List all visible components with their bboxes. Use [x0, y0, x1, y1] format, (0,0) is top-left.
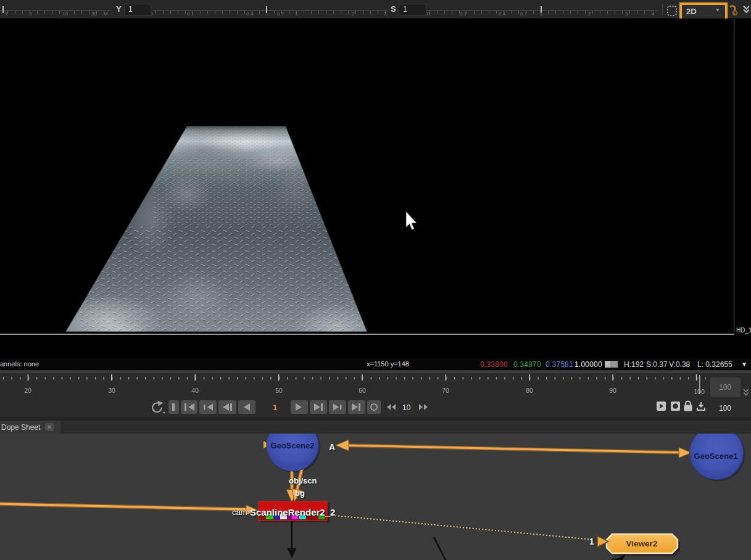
svg-text:1: 1 — [295, 11, 298, 17]
svg-text:1: 1 — [273, 403, 277, 412]
svg-text:M: M — [104, 11, 108, 17]
svg-text:1: 1 — [5, 11, 8, 17]
svg-text:2: 2 — [588, 11, 591, 17]
svg-text:2: 2 — [611, 556, 616, 560]
svg-text:Viewer2: Viewer2 — [626, 539, 658, 548]
svg-text:0.1: 0.1 — [460, 11, 467, 17]
svg-text:0.4: 0.4 — [499, 11, 506, 17]
svg-text:2: 2 — [352, 11, 355, 17]
svg-text:ScanlineRender2_2: ScanlineRender2_2 — [250, 507, 335, 517]
svg-text:0.4: 0.4 — [246, 11, 254, 17]
svg-text:GeoScene2: GeoScene2 — [271, 441, 315, 450]
svg-text:A: A — [329, 442, 335, 452]
svg-text:cam: cam — [232, 508, 247, 517]
svg-text:GeoScene1: GeoScene1 — [694, 451, 738, 461]
svg-text:3: 3 — [29, 11, 32, 17]
svg-text:3: 3 — [384, 11, 387, 17]
svg-text:10: 10 — [62, 11, 68, 17]
svg-text:obj/scn: obj/scn — [289, 476, 317, 485]
svg-text:0.7: 0.7 — [277, 11, 284, 17]
svg-text:1: 1 — [540, 11, 543, 17]
svg-text:0.7: 0.7 — [520, 11, 528, 17]
svg-text:3: 3 — [625, 11, 628, 17]
svg-text:1: 1 — [589, 537, 594, 546]
svg-text:0: 0 — [427, 11, 430, 17]
svg-text:30: 30 — [91, 11, 97, 17]
svg-text:10: 10 — [402, 403, 411, 412]
svg-text:4: 4 — [652, 11, 655, 17]
svg-text:HD_1: HD_1 — [736, 327, 751, 334]
svg-text:bg: bg — [295, 488, 305, 498]
svg-text:0.1: 0.1 — [187, 11, 194, 17]
